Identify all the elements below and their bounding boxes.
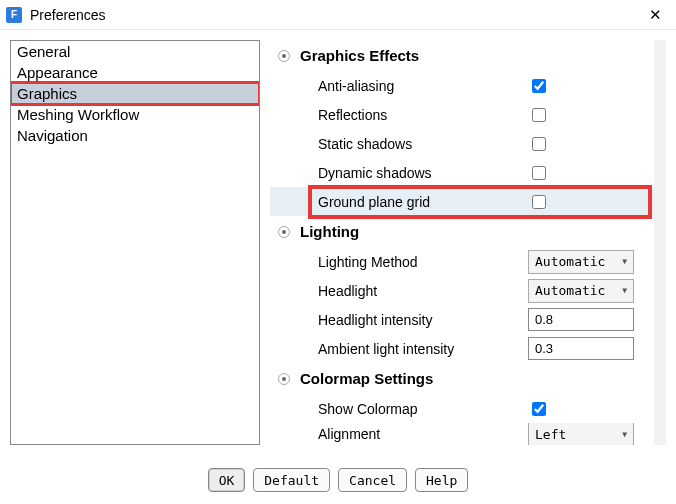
chevron-down-icon: ▼ xyxy=(622,430,627,439)
scroll-up-button[interactable]: ▲ xyxy=(654,40,666,54)
row-static-shadows: Static shadows xyxy=(270,129,654,158)
row-lighting-method: Lighting Method Automatic ▼ xyxy=(270,247,654,276)
scroll-thumb[interactable] xyxy=(654,150,666,230)
row-ground-plane-grid: Ground plane grid xyxy=(270,187,654,216)
label-dynamic-shadows: Dynamic shadows xyxy=(318,165,528,181)
sidebar-item-appearance[interactable]: Appearance xyxy=(11,62,259,83)
checkbox-ground-plane-grid[interactable] xyxy=(532,195,546,209)
chevron-down-icon: ▼ xyxy=(622,286,627,295)
checkbox-dynamic-shadows[interactable] xyxy=(532,166,546,180)
collapse-icon[interactable] xyxy=(278,373,290,385)
row-ambient-light-intensity: Ambient light intensity xyxy=(270,334,654,363)
footer: OK Default Cancel Help xyxy=(0,468,676,492)
checkbox-static-shadows[interactable] xyxy=(532,137,546,151)
sidebar-item-navigation[interactable]: Navigation xyxy=(11,125,259,146)
window-title: Preferences xyxy=(30,7,105,23)
label-anti-aliasing: Anti-aliasing xyxy=(318,78,528,94)
section-title: Graphics Effects xyxy=(300,47,419,64)
content-panel: ▲ ▼ Graphics Effects Anti-aliasing Refle… xyxy=(270,40,666,445)
select-lighting-method[interactable]: Automatic ▼ xyxy=(528,250,634,274)
row-show-colormap: Show Colormap xyxy=(270,394,654,423)
select-value: Automatic xyxy=(535,254,605,269)
label-static-shadows: Static shadows xyxy=(318,136,528,152)
label-show-colormap: Show Colormap xyxy=(318,401,528,417)
row-headlight-intensity: Headlight intensity xyxy=(270,305,654,334)
scroll-down-button[interactable]: ▼ xyxy=(654,431,666,445)
collapse-icon[interactable] xyxy=(278,226,290,238)
app-icon: F xyxy=(6,7,22,23)
sidebar-item-meshing-workflow[interactable]: Meshing Workflow xyxy=(11,104,259,125)
sidebar-item-graphics[interactable]: Graphics xyxy=(11,83,259,104)
checkbox-reflections[interactable] xyxy=(532,108,546,122)
label-headlight: Headlight xyxy=(318,283,528,299)
section-graphics-effects[interactable]: Graphics Effects xyxy=(270,40,654,71)
checkbox-anti-aliasing[interactable] xyxy=(532,79,546,93)
checkbox-show-colormap[interactable] xyxy=(532,402,546,416)
ok-button[interactable]: OK xyxy=(208,468,246,492)
label-ambient-light-intensity: Ambient light intensity xyxy=(318,341,528,357)
section-lighting[interactable]: Lighting xyxy=(270,216,654,247)
select-headlight[interactable]: Automatic ▼ xyxy=(528,279,634,303)
select-value: Left xyxy=(535,427,566,442)
help-button[interactable]: Help xyxy=(415,468,468,492)
row-reflections: Reflections xyxy=(270,100,654,129)
default-button[interactable]: Default xyxy=(253,468,330,492)
input-ambient-light-intensity[interactable] xyxy=(528,337,634,360)
select-value: Automatic xyxy=(535,283,605,298)
row-dynamic-shadows: Dynamic shadows xyxy=(270,158,654,187)
select-alignment[interactable]: Left ▼ xyxy=(528,423,634,445)
row-anti-aliasing: Anti-aliasing xyxy=(270,71,654,100)
section-title: Colormap Settings xyxy=(300,370,433,387)
input-headlight-intensity[interactable] xyxy=(528,308,634,331)
label-reflections: Reflections xyxy=(318,107,528,123)
section-title: Lighting xyxy=(300,223,359,240)
label-alignment: Alignment xyxy=(318,426,528,442)
chevron-down-icon: ▼ xyxy=(622,257,627,266)
sidebar: General Appearance Graphics Meshing Work… xyxy=(10,40,260,445)
label-lighting-method: Lighting Method xyxy=(318,254,528,270)
sidebar-item-general[interactable]: General xyxy=(11,41,259,62)
row-alignment: Alignment Left ▼ xyxy=(270,423,654,445)
collapse-icon[interactable] xyxy=(278,50,290,62)
section-colormap[interactable]: Colormap Settings xyxy=(270,363,654,394)
label-ground-plane-grid: Ground plane grid xyxy=(318,194,528,210)
close-icon[interactable]: ✕ xyxy=(644,4,666,26)
cancel-button[interactable]: Cancel xyxy=(338,468,407,492)
titlebar: F Preferences ✕ xyxy=(0,0,676,30)
row-headlight: Headlight Automatic ▼ xyxy=(270,276,654,305)
label-headlight-intensity: Headlight intensity xyxy=(318,312,528,328)
